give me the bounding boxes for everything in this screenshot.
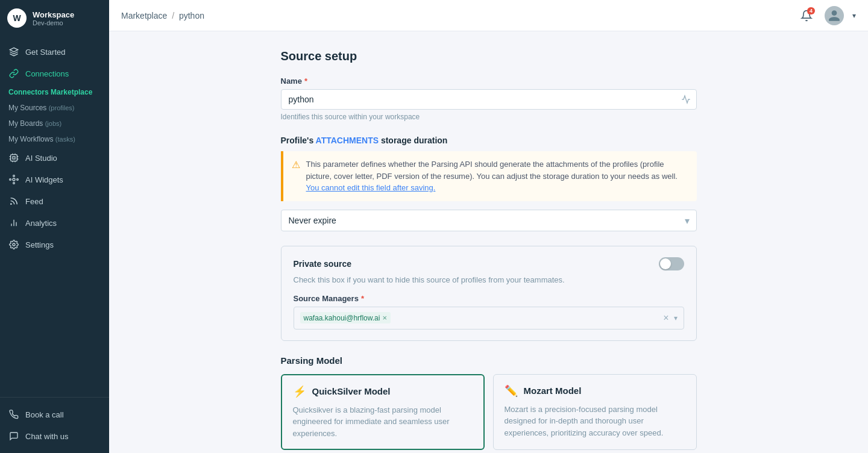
mozart-header: ✏️ Mozart Model <box>505 384 685 398</box>
sidebar-item-label: AI Studio <box>25 154 57 163</box>
manager-tag-text: wafaa.kahoui@hrflow.ai <box>304 314 380 322</box>
private-source-label: Private source <box>294 259 352 269</box>
mozart-icon: ✏️ <box>505 384 518 398</box>
source-managers-label: Source Managers * <box>294 294 684 303</box>
user-avatar-button[interactable] <box>825 6 844 25</box>
sidebar-item-feed[interactable]: Feed <box>0 190 109 212</box>
content-area: Source setup Name * Identifies this sour… <box>109 31 868 453</box>
phone-icon <box>8 409 19 420</box>
svg-point-7 <box>11 204 11 204</box>
duration-select[interactable]: Never expire 1 month 3 months 6 months 1… <box>281 210 697 231</box>
parsing-model-group: Parsing Model ⚡ QuickSilver Model Quicks… <box>281 355 697 451</box>
sidebar-item-label: Connections <box>25 69 69 78</box>
source-managers-input[interactable]: wafaa.kahoui@hrflow.ai × × ▾ <box>294 307 684 330</box>
warning-icon: ⚠ <box>292 159 300 194</box>
attachments-highlight: ATTACHMENTS <box>316 136 379 145</box>
manager-tag: wafaa.kahoui@hrflow.ai × <box>300 312 391 323</box>
svg-rect-1 <box>13 157 15 159</box>
name-field-group: Name * Identifies this source within you… <box>281 77 697 121</box>
bar-chart-icon <box>8 217 19 228</box>
sidebar: W Workspace Dev-demo Get Started Connect… <box>0 0 109 453</box>
avatar-dropdown-arrow[interactable]: ▾ <box>852 11 856 20</box>
quicksilver-model-card[interactable]: ⚡ QuickSilver Model Quicksikver is a bla… <box>281 374 485 451</box>
name-input-wrapper <box>281 89 697 110</box>
source-setup-form: Source setup Name * Identifies this sour… <box>281 49 697 453</box>
my-workflows-suffix: (tasks) <box>55 136 75 143</box>
sidebar-item-settings[interactable]: Settings <box>0 234 109 255</box>
breadcrumb-part-2: python <box>179 11 204 20</box>
name-input[interactable] <box>281 89 697 110</box>
svg-point-2 <box>13 178 15 181</box>
sidebar-item-my-boards[interactable]: My Boards (jobs) <box>0 116 109 131</box>
breadcrumb: Marketplace / python <box>121 11 204 20</box>
sidebar-item-book-a-call[interactable]: Book a call <box>0 404 109 425</box>
sidebar-item-label: Get Started <box>25 48 65 57</box>
quicksilver-header: ⚡ QuickSilver Model <box>293 385 473 398</box>
alert-text: This parameter defines whether the Parsi… <box>306 158 688 194</box>
attachments-field-group: Profile's ATTACHMENTS storage duration ⚠… <box>281 136 697 231</box>
sidebar-item-label: Settings <box>25 240 54 249</box>
attachments-label: Profile's ATTACHMENTS storage duration <box>281 136 697 145</box>
svg-point-11 <box>13 243 15 246</box>
private-source-row: Private source <box>294 257 684 270</box>
svg-rect-0 <box>11 155 17 161</box>
name-label: Name * <box>281 77 697 86</box>
quicksilver-name: QuickSilver Model <box>312 386 391 396</box>
parsing-model-title: Parsing Model <box>281 355 697 366</box>
topbar-right: 4 ▾ <box>797 6 856 25</box>
mozart-desc: Mozart is a precision-focused parsing mo… <box>505 404 685 439</box>
svg-point-5 <box>13 175 15 177</box>
notification-badge: 4 <box>807 7 815 14</box>
tag-dropdown-arrow[interactable]: ▾ <box>674 314 678 322</box>
parsing-model-cards: ⚡ QuickSilver Model Quicksikver is a bla… <box>281 374 697 451</box>
grid-icon <box>8 174 19 185</box>
tag-clear-button[interactable]: × <box>663 313 668 323</box>
sidebar-item-analytics[interactable]: Analytics <box>0 212 109 234</box>
sidebar-header: W Workspace Dev-demo <box>0 0 109 36</box>
sidebar-item-my-workflows[interactable]: My Workflows (tasks) <box>0 131 109 147</box>
sidebar-item-label: Feed <box>25 197 43 206</box>
sidebar-footer: Book a call Chat with us <box>0 397 109 453</box>
sidebar-item-ai-widgets[interactable]: AI Widgets <box>0 169 109 190</box>
workspace-info: Workspace Dev-demo <box>33 10 74 27</box>
notifications-button[interactable]: 4 <box>797 6 816 25</box>
name-input-icon <box>681 95 691 104</box>
managers-required: * <box>361 294 364 303</box>
sidebar-item-connectors-marketplace[interactable]: Connectors Marketplace <box>0 84 109 100</box>
section-title: Source setup <box>281 49 697 63</box>
chat-icon <box>8 431 19 442</box>
workspace-sub: Dev-demo <box>33 19 74 27</box>
sidebar-item-label: Chat with us <box>25 432 69 441</box>
duration-select-wrapper: Never expire 1 month 3 months 6 months 1… <box>281 210 697 231</box>
sidebar-sub-items: Connectors Marketplace My Sources (profi… <box>0 84 109 147</box>
alert-box: ⚠ This parameter defines whether the Par… <box>281 151 697 201</box>
sidebar-item-label: AI Widgets <box>25 175 63 184</box>
alert-link[interactable]: You cannot edit this field after saving. <box>306 183 436 192</box>
topbar: Marketplace / python 4 ▾ <box>109 0 868 31</box>
gear-icon <box>8 239 19 250</box>
svg-point-6 <box>13 183 15 184</box>
private-source-toggle[interactable] <box>659 257 684 270</box>
sidebar-item-get-started[interactable]: Get Started <box>0 41 109 63</box>
workspace-logo: W <box>7 8 27 28</box>
sidebar-item-chat-with-us[interactable]: Chat with us <box>0 425 109 447</box>
breadcrumb-part-1: Marketplace <box>121 11 167 20</box>
sidebar-item-connections[interactable]: Connections <box>0 63 109 84</box>
name-hint: Identifies this source within your works… <box>281 113 697 121</box>
sidebar-item-my-sources[interactable]: My Sources (profiles) <box>0 100 109 116</box>
sidebar-nav: Get Started Connections Connectors Marke… <box>0 36 109 397</box>
toggle-knob <box>660 258 671 269</box>
sidebar-item-label: Analytics <box>25 219 57 228</box>
workspace-name: Workspace <box>33 10 74 19</box>
cpu-icon <box>8 152 19 163</box>
main-area: Marketplace / python 4 ▾ Source setup Na… <box>109 0 868 453</box>
my-boards-suffix: (jobs) <box>45 120 62 127</box>
mozart-model-card[interactable]: ✏️ Mozart Model Mozart is a precision-fo… <box>493 374 697 451</box>
tag-remove-button[interactable]: × <box>382 313 387 322</box>
rocket-icon <box>8 46 19 57</box>
svg-point-3 <box>10 179 11 181</box>
link-icon <box>8 68 19 79</box>
private-source-desc: Check this box if you want to hide this … <box>294 275 684 284</box>
sidebar-item-ai-studio[interactable]: AI Studio <box>0 147 109 169</box>
svg-point-4 <box>17 179 19 181</box>
